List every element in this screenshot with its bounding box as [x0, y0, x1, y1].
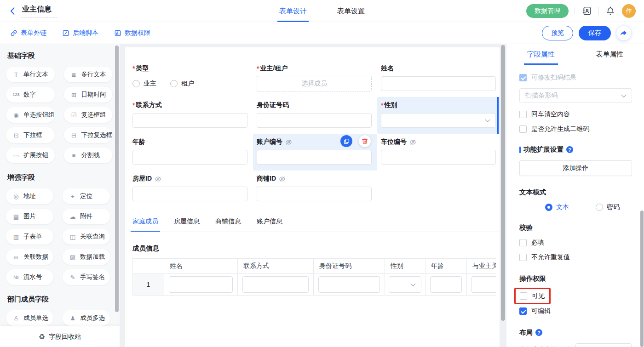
- tab-house-info[interactable]: 房屋信息: [174, 217, 200, 232]
- sidebar-item-data-load[interactable]: ▨数据加载: [63, 249, 110, 265]
- house-id-input[interactable]: [132, 187, 247, 201]
- field-label: 年龄: [132, 138, 145, 146]
- cell-contact-input[interactable]: [242, 276, 309, 293]
- data-permission-button[interactable]: 数据权限: [114, 29, 150, 37]
- back-icon[interactable]: [8, 6, 17, 16]
- canvas-field-contact[interactable]: *联系方式: [129, 97, 253, 134]
- radio-option-tenant[interactable]: 租户: [170, 80, 194, 88]
- data-manage-button[interactable]: 数据管理: [526, 4, 569, 18]
- checkbox-visible[interactable]: 可见: [520, 292, 545, 300]
- help-icon[interactable]: ?: [566, 146, 573, 153]
- sidebar-item-checkbox-group[interactable]: ☑复选框组: [64, 107, 113, 123]
- sidebar-item-signature[interactable]: ✎手写签名: [63, 269, 110, 285]
- cell-id-number-input[interactable]: [318, 276, 380, 293]
- canvas-field-shop-id[interactable]: 商铺ID: [253, 171, 377, 207]
- sidebar-item-image[interactable]: ▤图片: [6, 209, 53, 224]
- form-external-link-button[interactable]: 表单外链: [10, 29, 46, 37]
- cell-relation-input[interactable]: [472, 276, 496, 293]
- sidebar-item-locate[interactable]: ⌖定位: [63, 188, 110, 204]
- sidebar-item-divider[interactable]: ≡分割线: [64, 148, 113, 163]
- tab-form-design[interactable]: 表单设计: [279, 0, 307, 22]
- sidebar-item-member-single[interactable]: ♙成员单选: [6, 310, 53, 326]
- age-input[interactable]: [132, 150, 247, 165]
- sidebar-item-attachment[interactable]: ☁附件: [63, 209, 110, 224]
- sidebar-item-relation-data[interactable]: ∞关联数据: [6, 249, 53, 265]
- tab-family-members[interactable]: 家庭成员: [132, 217, 158, 232]
- sidebar-item-dropdown[interactable]: ⊡下拉框: [6, 127, 55, 143]
- scan-mode-select[interactable]: 扫描条形码: [519, 88, 632, 103]
- sidebar-item-datetime[interactable]: ⊞日期时间: [64, 87, 113, 102]
- sidebar-item-dropdown-multi[interactable]: ⊟下拉复选框: [64, 127, 113, 143]
- parking-no-input[interactable]: [381, 150, 496, 165]
- checkbox-required[interactable]: 必填: [519, 239, 632, 247]
- tab-form-properties[interactable]: 表单属性: [575, 44, 644, 65]
- sidebar-item-single-line-text[interactable]: T单行文本: [6, 67, 55, 82]
- radio-icon: [170, 80, 178, 87]
- share-button[interactable]: [616, 26, 631, 40]
- sidebar-item-extend-button[interactable]: ▭扩展按钮: [6, 148, 55, 163]
- contact-book-icon[interactable]: [581, 5, 592, 17]
- required-star: *: [132, 65, 135, 72]
- delete-field-button[interactable]: [359, 135, 371, 147]
- backend-script-button[interactable]: 后端脚本: [62, 29, 98, 37]
- checkbox-no-duplicates[interactable]: 不允许重复值: [519, 253, 632, 262]
- checkbox-clear-on-enter[interactable]: 回车清空内容: [519, 110, 632, 119]
- canvas-field-account-no[interactable]: 账户编号: [253, 134, 377, 171]
- checkbox-editable[interactable]: 可编辑: [519, 307, 632, 315]
- canvas-field-name[interactable]: 姓名: [377, 60, 500, 97]
- shop-id-input[interactable]: [257, 187, 372, 201]
- cell-age-input[interactable]: [430, 276, 462, 293]
- tab-account-info[interactable]: 账户信息: [257, 217, 282, 232]
- radio-text-mode-text[interactable]: 文本: [545, 203, 569, 211]
- gender-select[interactable]: [381, 113, 496, 128]
- tab-form-settings[interactable]: 表单设置: [337, 0, 365, 22]
- preview-button[interactable]: 预览: [542, 26, 573, 40]
- help-icon[interactable]: ?: [535, 329, 542, 336]
- contact-input[interactable]: [132, 113, 247, 128]
- cell-gender-select[interactable]: [389, 276, 421, 293]
- canvas-field-age[interactable]: 年龄: [129, 134, 253, 171]
- tab-field-properties[interactable]: 字段属性: [506, 44, 575, 65]
- script-icon: [62, 29, 69, 37]
- tab-shop-info[interactable]: 商铺信息: [215, 217, 241, 232]
- sidebar-item-subform[interactable]: ▥子表单: [6, 229, 53, 245]
- avatar[interactable]: 作: [622, 4, 636, 18]
- canvas-field-type[interactable]: *类型 业主 租户: [129, 60, 253, 97]
- field-width-select[interactable]: 1/3: [575, 343, 632, 347]
- canvas-field-id-number[interactable]: 身份证号码: [253, 97, 377, 134]
- sidebar-item-number[interactable]: 123数字: [6, 87, 55, 102]
- trash-icon: [362, 138, 368, 144]
- panel-scrollbar[interactable]: [640, 210, 644, 347]
- bell-icon[interactable]: [605, 6, 616, 17]
- field-recycle-bin-button[interactable]: ♻ 字段回收站: [0, 326, 120, 347]
- multi-line-text-icon: ≣: [70, 72, 78, 78]
- sidebar-item-relation-query[interactable]: ◫关联查询: [63, 229, 110, 245]
- add-operation-button[interactable]: 添加操作: [519, 160, 632, 176]
- canvas-field-gender[interactable]: *性别: [377, 97, 500, 134]
- copy-field-button[interactable]: [340, 135, 352, 147]
- field-label: 联系方式: [136, 101, 161, 109]
- canvas-field-house-id[interactable]: 房屋ID: [129, 171, 253, 207]
- id-number-input[interactable]: [257, 113, 372, 128]
- section-title-text-mode: 文本模式: [519, 188, 632, 197]
- select-member-button[interactable]: 选择成员: [257, 76, 372, 91]
- account-no-input[interactable]: [257, 150, 372, 165]
- sidebar-item-serial-number[interactable]: №流水号: [6, 269, 53, 285]
- checkbox-allow-qrcode[interactable]: 是否允许生成二维码: [519, 125, 632, 133]
- sidebar-item-address[interactable]: ◎地址: [6, 188, 53, 204]
- radio-text-mode-password[interactable]: 密码: [596, 203, 620, 211]
- name-input[interactable]: [381, 76, 496, 91]
- canvas-scrollbar[interactable]: [501, 45, 505, 321]
- canvas-field-owner-tenant[interactable]: *业主/租户 选择成员: [253, 60, 377, 97]
- save-button[interactable]: 保存: [579, 26, 611, 40]
- sidebar-item-member-multi[interactable]: ♟成员多选: [63, 310, 110, 326]
- sidebar-scrollbar[interactable]: [115, 46, 119, 312]
- sidebar-item-radio-group[interactable]: ◉单选按钮组: [6, 107, 55, 123]
- canvas-field-parking-no[interactable]: 车位编号: [377, 134, 500, 171]
- section-title-layout: 布局: [519, 328, 533, 337]
- datetime-icon: ⊞: [70, 92, 78, 98]
- permission-icon: [114, 29, 121, 37]
- radio-option-owner[interactable]: 业主: [132, 80, 156, 88]
- cell-name-input[interactable]: [169, 276, 233, 293]
- sidebar-item-multi-line-text[interactable]: ≣多行文本: [64, 67, 113, 82]
